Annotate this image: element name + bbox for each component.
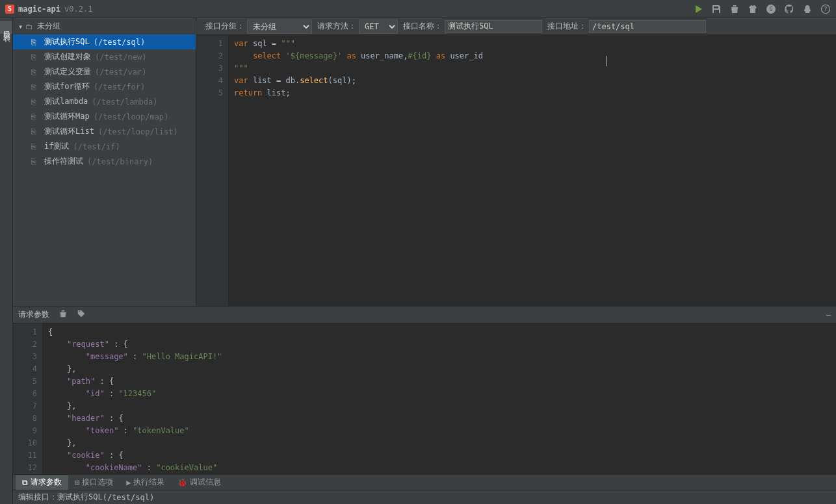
tree-item-name: 测试for循环 <box>44 81 90 92</box>
tree-item[interactable]: ⎘测试执行SQL(/test/sql) <box>13 34 196 49</box>
addr-label: 接口地址： <box>547 21 586 32</box>
tree-item-path: (/test/loop/map) <box>94 112 169 121</box>
top-pane: ▾ 🗀 未分组 ⎘测试执行SQL(/test/sql)⎘测试创建对象(/test… <box>13 18 836 306</box>
tree-item[interactable]: ⎘测试创建对象(/test/new) <box>13 49 196 64</box>
params-gutter: 123456789101112 <box>13 323 43 474</box>
params-toolbar: 请求参数 — <box>13 307 836 323</box>
api-icon: ⎘ <box>31 157 40 166</box>
tree-item[interactable]: ⎘测试lambda(/test/lambda) <box>13 94 196 109</box>
tab-api-options[interactable]: ⊞接口选项 <box>68 475 120 490</box>
tree-item-name: 测试定义变量 <box>44 66 91 77</box>
tree-item-name: 测试创建对象 <box>44 51 91 62</box>
tab-request-params[interactable]: ⧉请求参数 <box>16 475 68 490</box>
api-icon: ⎘ <box>31 127 40 136</box>
left-rail: 接口列表 <box>0 18 13 504</box>
github-icon[interactable] <box>784 4 794 14</box>
api-icon: ⎘ <box>31 112 40 121</box>
tree-item-path: (/test/binary) <box>87 157 153 166</box>
run-icon[interactable] <box>693 4 703 14</box>
play-icon: ▶ <box>126 478 131 487</box>
tree-item[interactable]: ⎘测试循环List(/test/loop/list) <box>13 124 196 139</box>
main: ▾ 🗀 未分组 ⎘测试执行SQL(/test/sql)⎘测试创建对象(/test… <box>13 18 836 504</box>
api-tree: ▾ 🗀 未分组 ⎘测试执行SQL(/test/sql)⎘测试创建对象(/test… <box>13 18 196 306</box>
tree-item-path: (/test/for) <box>94 82 145 92</box>
app-name: magic-api <box>18 5 60 14</box>
tag-icon[interactable] <box>77 309 86 320</box>
api-icon: ⎘ <box>31 53 40 62</box>
tree-item-name: 测试循环Map <box>44 111 90 122</box>
svg-text:?: ? <box>824 6 827 12</box>
api-icon: ⎘ <box>31 38 40 47</box>
titlebar: S magic-api v0.2.1 G ? <box>0 0 836 18</box>
status-bar: 编辑接口： 测试执行SQL (/test/sql) <box>13 490 836 504</box>
app-version: v0.2.1 <box>64 5 92 14</box>
tree-item-path: (/test/lambda) <box>92 97 157 107</box>
params-text[interactable]: { "request" : { "message" : "Hello Magic… <box>43 323 836 474</box>
body: 接口列表 ▾ 🗀 未分组 ⎘测试执行SQL(/test/sql)⎘测试创建对象(… <box>0 18 836 504</box>
method-label: 请求方法： <box>317 21 356 32</box>
editor-area: 接口分组： 未分组 请求方法： GET 接口名称： 接口地址： 12345 va… <box>196 18 836 306</box>
bottom-pane: 请求参数 — 123456789101112 { "request" : { "… <box>13 306 836 490</box>
minimize-icon[interactable]: — <box>826 310 831 320</box>
chevron-down-icon: ▾ <box>18 22 23 31</box>
api-icon: ⎘ <box>31 142 40 151</box>
delete-icon[interactable] <box>729 4 740 14</box>
params-title: 请求参数 <box>18 309 49 320</box>
tab-exec-result[interactable]: ▶执行结果 <box>120 475 171 490</box>
qq-icon[interactable] <box>802 4 813 14</box>
method-select[interactable]: GET <box>359 19 398 34</box>
editor-toolbar: 接口分组： 未分组 请求方法： GET 接口名称： 接口地址： <box>196 18 836 35</box>
delete-icon[interactable] <box>59 309 68 320</box>
folder-icon: 🗀 <box>25 22 33 31</box>
tree-item-name: 测试循环List <box>44 126 94 137</box>
svg-text:G: G <box>770 6 773 12</box>
api-icon: ⎘ <box>31 82 40 92</box>
api-icon: ⎘ <box>31 97 40 107</box>
tab-debug-info[interactable]: 🐞调试信息 <box>171 475 228 490</box>
gitee-icon[interactable]: G <box>766 4 776 14</box>
group-label: 接口分组： <box>205 21 244 32</box>
options-icon: ⊞ <box>75 478 79 487</box>
tree-item[interactable]: ⎘操作符测试(/test/binary) <box>13 154 196 169</box>
tree-item-name: if测试 <box>44 141 69 152</box>
api-icon: ⎘ <box>31 68 40 77</box>
api-addr-input[interactable] <box>589 20 706 33</box>
api-name-input[interactable] <box>445 20 542 33</box>
params-icon: ⧉ <box>22 478 28 487</box>
bottom-tabs: ⧉请求参数 ⊞接口选项 ▶执行结果 🐞调试信息 <box>13 474 836 490</box>
help-icon[interactable]: ? <box>820 4 831 14</box>
code-editor[interactable]: 12345 var sql = """ select '${message}' … <box>196 35 836 306</box>
code-text[interactable]: var sql = """ select '${message}' as use… <box>229 35 836 306</box>
name-label: 接口名称： <box>403 21 442 32</box>
group-name: 未分组 <box>37 21 60 32</box>
tree-group-header[interactable]: ▾ 🗀 未分组 <box>13 18 196 34</box>
tree-item-name: 操作符测试 <box>44 156 83 167</box>
group-select[interactable]: 未分组 <box>247 19 312 34</box>
status-path: (/test/sql) <box>103 493 154 502</box>
text-caret <box>606 56 607 66</box>
tree-item[interactable]: ⎘测试循环Map(/test/loop/map) <box>13 109 196 124</box>
tree-item[interactable]: ⎘if测试(/test/if) <box>13 139 196 154</box>
tree-item-name: 测试lambda <box>44 96 88 107</box>
tree-item[interactable]: ⎘测试定义变量(/test/var) <box>13 64 196 79</box>
status-name: 测试执行SQL <box>57 492 103 503</box>
tree-item-path: (/test/sql) <box>94 38 145 47</box>
tree-item-path: (/test/new) <box>95 53 146 62</box>
bug-icon: 🐞 <box>177 478 187 487</box>
tree-item[interactable]: ⎘测试for循环(/test/for) <box>13 79 196 94</box>
tshirt-icon[interactable] <box>748 4 758 14</box>
status-prefix: 编辑接口： <box>18 492 57 503</box>
save-icon[interactable] <box>711 4 722 14</box>
tree-item-name: 测试执行SQL <box>44 36 90 47</box>
tree-item-path: (/test/if) <box>73 142 120 151</box>
api-list-vtab[interactable]: 接口列表 <box>0 21 12 34</box>
app-logo: S <box>5 5 14 14</box>
tree-item-path: (/test/loop/list) <box>98 127 178 136</box>
tree-item-path: (/test/var) <box>95 68 146 77</box>
code-gutter: 12345 <box>196 35 229 306</box>
params-editor[interactable]: 123456789101112 { "request" : { "message… <box>13 323 836 474</box>
